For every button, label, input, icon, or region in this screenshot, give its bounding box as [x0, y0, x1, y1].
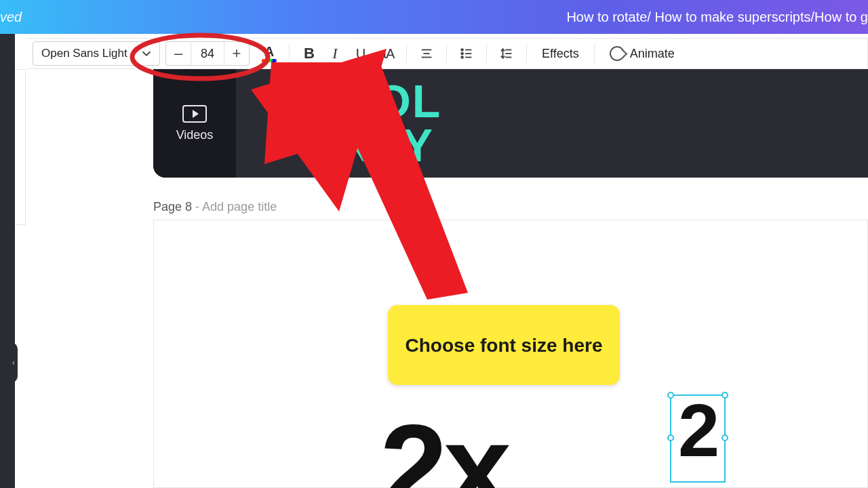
animate-label: Animate [630, 47, 675, 61]
toolbar-separator [486, 44, 487, 63]
list-button[interactable] [454, 41, 479, 66]
font-family-label: Open Sans Light [41, 47, 127, 60]
banner-left-text: ved [0, 9, 22, 25]
left-sidebar-rail: ‹ [0, 34, 15, 488]
toolbar-separator [594, 44, 595, 63]
resize-handle-mid-right[interactable] [722, 434, 728, 441]
animate-button[interactable]: Animate [601, 41, 683, 66]
resize-handle-top-right[interactable] [722, 392, 728, 399]
font-family-select[interactable]: Open Sans Light [33, 41, 160, 66]
font-size-decrease-button[interactable]: – [166, 42, 191, 65]
annotation-callout: Choose font size here [388, 305, 620, 385]
chevron-down-icon [139, 46, 154, 61]
toolbar-separator [446, 44, 447, 63]
toolbar-separator [289, 44, 290, 63]
preview-text: OOL RTY [236, 69, 868, 178]
svg-point-4 [461, 53, 463, 55]
effects-label: Effects [542, 47, 579, 61]
svg-point-5 [461, 56, 463, 58]
resize-handle-top-left[interactable] [667, 392, 674, 399]
font-size-increase-button[interactable]: + [224, 42, 249, 65]
video-play-icon [182, 105, 207, 123]
font-size-stepper: – 84 + [165, 41, 250, 66]
page-title-placeholder: - Add page title [192, 200, 277, 214]
alignment-button[interactable] [414, 41, 439, 66]
toolbar-separator [406, 44, 407, 63]
left-panel-edge [15, 69, 26, 225]
italic-button[interactable]: I [322, 41, 348, 66]
toolbar-separator [526, 44, 527, 63]
page-title-row[interactable]: Page 8 - Add page title [153, 200, 277, 214]
text-toolbar: Open Sans Light – 84 + A B I U aA Effect… [27, 38, 868, 69]
resize-handle-mid-left[interactable] [667, 434, 674, 441]
title-banner: ved How to rotate/ How to make superscri… [0, 0, 868, 34]
text-color-a-icon: A [264, 45, 274, 58]
align-center-icon [419, 46, 434, 61]
effects-button[interactable]: Effects [534, 41, 587, 66]
rainbow-underline-icon [262, 59, 277, 62]
canvas-text-main[interactable]: 2x [380, 407, 507, 488]
page-number-label: Page 8 [153, 200, 192, 214]
text-case-button[interactable]: aA [374, 41, 399, 66]
selection-box[interactable]: 2 [670, 394, 726, 483]
banner-right-text: How to rotate/ How to make superscripts/… [566, 9, 868, 25]
callout-text: Choose font size here [406, 333, 603, 357]
sidebar-item-videos[interactable]: Videos [153, 69, 236, 178]
text-color-button[interactable]: A [256, 41, 282, 66]
videos-label: Videos [176, 128, 214, 142]
bullet-list-icon [459, 46, 474, 61]
canvas-text-superscript[interactable]: 2 [678, 393, 719, 468]
animate-icon [610, 46, 625, 61]
bold-button[interactable]: B [296, 41, 322, 66]
line-spacing-icon [499, 46, 514, 61]
underline-button[interactable]: U [348, 41, 374, 66]
font-size-input[interactable]: 84 [191, 42, 224, 65]
previous-page-thumbnail: Videos OOL RTY [153, 69, 868, 178]
sidebar-collapse-handle[interactable]: ‹ [9, 342, 18, 383]
svg-point-3 [461, 49, 463, 51]
spacing-button[interactable] [494, 41, 519, 66]
